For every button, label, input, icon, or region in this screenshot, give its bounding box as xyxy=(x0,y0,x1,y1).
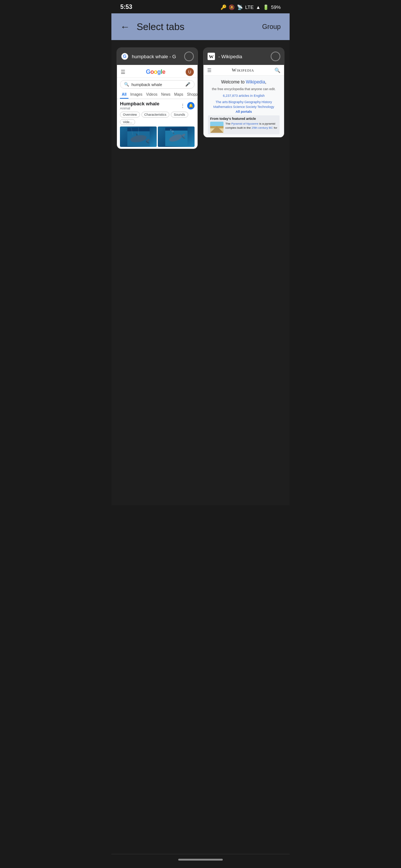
wiki-link-arts: The arts xyxy=(215,100,228,104)
battery-percent: 59% xyxy=(271,4,281,10)
tab-title-google: humpback whale - G xyxy=(132,54,181,59)
search-icon: 🔍 xyxy=(124,82,129,87)
kp-chips: Overview Characteristics Sounds Vide... xyxy=(120,112,195,125)
status-bar: 5:53 🔑 🔕 📡 LTE ▲ 🔋 59% xyxy=(111,0,290,13)
group-button[interactable]: Group xyxy=(262,23,281,31)
back-button[interactable]: ← xyxy=(120,22,130,32)
wiki-featured-text: The Pyramid of Nyuserre is a pyramid com… xyxy=(225,122,277,133)
wiki-featured-content: The Pyramid of Nyuserre is a pyramid com… xyxy=(210,122,277,133)
gtab-all: All xyxy=(120,91,128,99)
wiki-link-math: Mathematics xyxy=(213,105,232,109)
wiki-menu-icon: ☰ xyxy=(207,68,212,73)
whale-image-1 xyxy=(120,126,157,147)
chip-video: Vide... xyxy=(120,119,135,125)
wikipedia-favicon: W xyxy=(207,52,215,60)
tab-header-wikipedia: W - Wikipedia xyxy=(203,48,284,65)
home-indicator xyxy=(178,859,223,861)
search-query: humpback whale xyxy=(131,82,183,87)
google-nav-tabs: All Images Videos News Maps Shopping xyxy=(117,91,198,99)
wiki-link-science: Science xyxy=(233,105,245,109)
hamburger-icon: ☰ xyxy=(121,69,125,75)
wiki-link-biography: Biography xyxy=(228,100,244,104)
nav-bar xyxy=(111,854,290,868)
svg-rect-8 xyxy=(165,128,188,131)
wiki-title-link: Wikipedia xyxy=(246,79,265,85)
wiki-content: Welcome to Wikipedia, the free encyclope… xyxy=(203,76,284,137)
svg-text:W: W xyxy=(209,54,214,59)
wiki-link-society: Society xyxy=(246,105,257,109)
signal-icon: ▲ xyxy=(256,4,261,10)
google-preview: ☰ Google U 🔍 humpback whale 🎤 All Images… xyxy=(117,65,198,149)
chip-sounds: Sounds xyxy=(171,112,188,118)
page-title: Select tabs xyxy=(130,21,262,33)
wiki-all-portals: All portals xyxy=(208,110,280,114)
gtab-videos: Videos xyxy=(144,91,159,99)
wiki-welcome: Welcome to Wikipedia, the free encyclope… xyxy=(208,79,280,99)
tab-card-wikipedia[interactable]: W - Wikipedia ☰ Wikipedia 🔍 Welcome to W… xyxy=(203,47,284,138)
wifi-icon: 📡 xyxy=(237,4,243,10)
google-searchbar: 🔍 humpback whale 🎤 xyxy=(120,80,195,89)
wiki-topbar: ☰ Wikipedia 🔍 xyxy=(203,65,284,76)
kp-images xyxy=(120,126,195,147)
wiki-link-history: History xyxy=(262,100,272,104)
key-icon: 🔑 xyxy=(221,4,226,10)
knowledge-panel: Humpback whale Animal ⋮ 🔔 Overview Chara… xyxy=(117,99,198,149)
wiki-link-technology: Technology xyxy=(257,105,274,109)
whale-image-2 xyxy=(158,126,195,147)
kp-subtitle: Animal xyxy=(120,106,159,110)
svg-text:G: G xyxy=(123,54,126,59)
gtab-shopping: Shopping xyxy=(185,91,198,99)
pyramid-shape xyxy=(210,126,224,133)
wiki-links-row2: Mathematics Science Society Technology xyxy=(208,105,280,109)
tab-close-wikipedia[interactable] xyxy=(271,52,280,61)
status-icons: 🔑 🔕 📡 LTE ▲ 🔋 59% xyxy=(221,4,281,10)
wiki-subtext: the free encyclopedia that anyone can ed… xyxy=(212,87,276,91)
lte-label: LTE xyxy=(245,4,254,10)
wiki-featured-box: From today's featured article The Pyrami… xyxy=(208,115,280,134)
kp-title: Humpback whale xyxy=(120,101,159,106)
gtab-maps: Maps xyxy=(172,91,185,99)
pyramid-image xyxy=(210,122,224,133)
chip-overview: Overview xyxy=(120,112,140,118)
kp-title-group: Humpback whale Animal xyxy=(120,101,159,110)
kp-action-icons: ⋮ 🔔 xyxy=(180,102,195,109)
header-bar: ← Select tabs Group xyxy=(111,13,290,40)
user-avatar: U xyxy=(186,68,194,76)
google-topbar: ☰ Google U xyxy=(117,65,198,78)
gtab-images: Images xyxy=(128,91,144,99)
wikipedia-preview: ☰ Wikipedia 🔍 Welcome to Wikipedia, the … xyxy=(203,65,284,137)
kp-bell-icon: 🔔 xyxy=(187,102,195,109)
tab-close-google[interactable] xyxy=(184,52,194,61)
google-logo: Google xyxy=(146,69,165,75)
tab-header-google: G humpback whale - G xyxy=(117,48,198,65)
more-icon: ⋮ xyxy=(180,103,185,109)
wiki-link-geography: Geography xyxy=(244,100,261,104)
wiki-links-row1: The arts Biography Geography History xyxy=(208,100,280,104)
century-link: 25th century BC xyxy=(252,126,273,129)
mic-icon: 🎤 xyxy=(185,82,190,87)
wiki-welcome-text: Welcome to xyxy=(221,79,246,85)
chip-characteristics: Characteristics xyxy=(141,112,170,118)
wiki-logo: Wikipedia xyxy=(232,67,254,73)
status-time: 5:53 xyxy=(120,4,132,10)
wiki-featured-title: From today's featured article xyxy=(210,117,277,121)
kp-title-row: Humpback whale Animal ⋮ 🔔 xyxy=(120,101,195,110)
wiki-article-count: 6,237,873 articles in English xyxy=(223,94,265,98)
google-favicon: G xyxy=(121,52,129,60)
gtab-news: News xyxy=(159,91,172,99)
pyramid-link: Pyramid of Nyuserre xyxy=(231,122,258,125)
bell-icon: 🔕 xyxy=(229,4,235,10)
wiki-comma: , xyxy=(265,79,266,85)
tabs-area: G humpback whale - G ☰ Google U 🔍 humpba… xyxy=(111,40,290,505)
bottom-area xyxy=(111,505,290,854)
battery-icon: 🔋 xyxy=(263,4,269,10)
tab-title-wikipedia: - Wikipedia xyxy=(218,54,268,59)
tab-card-google[interactable]: G humpback whale - G ☰ Google U 🔍 humpba… xyxy=(117,47,198,149)
wiki-search-icon: 🔍 xyxy=(274,68,280,73)
